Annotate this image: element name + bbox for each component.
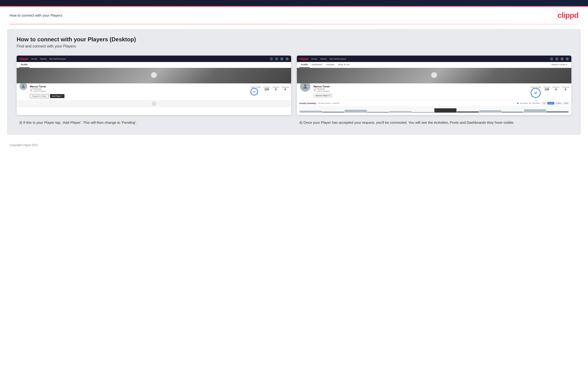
caption-left: 3) If this is your Player tap, 'Add Play… <box>19 120 289 125</box>
left-nav-home[interactable]: Home <box>31 58 37 60</box>
chart-bar-group-6 <box>524 109 569 113</box>
left-stat-activities: Activities 129 <box>263 86 270 91</box>
right-nav-home[interactable]: Home <box>311 58 317 60</box>
close-icon: ✕ <box>329 94 330 97</box>
left-nav-icons: ⌕ 👤 ⚙ 🌐 <box>270 57 289 61</box>
time-6mths-button[interactable]: 6 mths <box>547 102 554 105</box>
activity-header: Activity Summary Monthly Activity - 6 Mo… <box>299 102 569 105</box>
request-to-follow-button[interactable]: Request to Follow <box>30 94 49 98</box>
right-banner-circle <box>431 72 437 78</box>
tab-profile-left[interactable]: Profile <box>19 62 29 68</box>
right-stats-row: Player Quality 92 Activities 129 Followe… <box>531 86 569 98</box>
right-quality-circle: 92 <box>531 88 541 98</box>
chart-bar <box>345 110 367 113</box>
chart-bar <box>412 112 434 113</box>
right-settings-icon[interactable]: ⚙ <box>560 57 564 61</box>
chart-bar <box>502 112 524 113</box>
left-action-buttons: Request to Follow Add Player + <box>30 94 248 98</box>
settings-icon[interactable]: ⚙ <box>280 57 284 61</box>
tab-activities[interactable]: Activities <box>324 62 336 68</box>
search-icon[interactable]: ⌕ <box>270 57 273 61</box>
left-tabs: Profile <box>17 62 291 68</box>
left-navbar: clippd Home Teams My Performance ⌕ 👤 ⚙ 🌐 <box>17 56 291 62</box>
add-player-button[interactable]: Add Player + <box>50 94 64 98</box>
chart-bar <box>524 109 546 113</box>
svg-point-1 <box>304 84 306 86</box>
screenshots-row: clippd Home Teams My Performance ⌕ 👤 ⚙ 🌐… <box>17 56 571 115</box>
left-banner <box>17 68 291 83</box>
caption-right: 4) Once your Player has accepted your re… <box>299 120 569 125</box>
right-nav-teams[interactable]: Teams <box>320 58 327 60</box>
on-course-legend-label: On course <box>520 102 527 104</box>
chart-bar <box>367 112 389 113</box>
time-1mth-button[interactable]: 1 mth <box>563 102 569 105</box>
section-title: How to connect with your Players (Deskto… <box>17 36 571 43</box>
time-3mths-button[interactable]: 3 mths <box>555 102 562 105</box>
top-bar <box>0 0 588 7</box>
page-footer: Copyright Clippd 2022 <box>0 140 588 150</box>
right-player-location: 📍 United Kingdom <box>313 90 528 92</box>
tab-profile-right[interactable]: Profile <box>299 62 310 68</box>
time-buttons: 1 yr 6 mths 3 mths 1 mth <box>542 102 569 105</box>
right-banner <box>297 68 571 83</box>
remove-player-button[interactable]: Remove Player ✕ <box>313 94 332 98</box>
right-location-pin-icon: 📍 <box>313 90 316 92</box>
right-stat-followers: Followers 0 <box>552 86 560 91</box>
right-globe-icon[interactable]: 🌐 <box>566 57 569 61</box>
right-user-icon[interactable]: 👤 <box>555 57 559 61</box>
tab-dashboard[interactable]: Dashboard <box>310 62 324 68</box>
chart-bar <box>457 111 479 113</box>
right-stat-following: Following 0 <box>562 86 569 91</box>
left-player-location: 📍 United Kingdom <box>30 90 248 92</box>
header-divider <box>9 24 579 24</box>
right-nav-performance[interactable]: My Performance <box>330 58 346 60</box>
user-icon[interactable]: 👤 <box>275 57 278 61</box>
right-quality-label: Player Quality <box>531 86 541 88</box>
left-profile-section: Marcus Turner 1-5 Handicap 📍 United King… <box>17 83 291 100</box>
right-tabs: Profile Dashboard Activities What To On … <box>297 62 571 68</box>
activity-period: Monthly Activity - 6 Months <box>318 102 339 104</box>
breadcrumb: How to connect with your Players <box>9 13 62 17</box>
chart-bar <box>479 110 502 113</box>
mock-app-right: clippd Home Teams My Performance ⌕ 👤 ⚙ 🌐… <box>297 56 571 115</box>
left-quality-label: Player Quality <box>251 86 261 88</box>
svg-point-0 <box>23 84 24 86</box>
screenshot-right: clippd Home Teams My Performance ⌕ 👤 ⚙ 🌐… <box>297 56 571 115</box>
left-nav-performance[interactable]: My Performance <box>50 58 66 60</box>
right-nav-logo: clippd <box>299 57 308 61</box>
tab-user-name: Marcus Turner ▾ <box>549 62 569 68</box>
right-nav-icons: ⌕ 👤 ⚙ 🌐 <box>550 57 569 61</box>
plus-icon: + <box>61 95 62 97</box>
chart-bar-dark <box>434 108 457 113</box>
right-stat-activities: Activities 129 <box>544 86 550 91</box>
right-navbar: clippd Home Teams My Performance ⌕ 👤 ⚙ 🌐 <box>297 56 571 62</box>
on-course-legend-dot <box>517 103 519 104</box>
right-activity-section: Activity Summary Monthly Activity - 6 Mo… <box>297 100 571 115</box>
chart-bar-group-1 <box>300 111 344 113</box>
chart-bar-group-2 <box>345 110 389 113</box>
chart-bar <box>389 111 412 113</box>
left-stat-followers: Followers 0 <box>272 86 279 91</box>
chart-bar <box>300 111 322 113</box>
off-course-legend-label: Off course <box>532 102 540 104</box>
left-stats-row: Player Quality 92 Activities 129 Followe… <box>251 86 289 95</box>
copyright-text: Copyright Clippd 2022 <box>9 143 38 147</box>
chart-bar-group-4 <box>434 108 479 113</box>
chart-bar-group-5 <box>479 110 524 113</box>
page-header: How to connect with your Players clippd <box>0 7 588 24</box>
right-search-icon[interactable]: ⌕ <box>550 57 553 61</box>
globe-icon[interactable]: 🌐 <box>285 57 289 61</box>
left-banner-circle <box>151 72 157 78</box>
right-player-handicap: 1-5 Handicap <box>313 88 528 90</box>
main-content: How to connect with your Players (Deskto… <box>7 29 581 135</box>
activity-chart <box>299 106 569 113</box>
tab-what-to-on[interactable]: What To On <box>336 62 351 68</box>
chart-bar-group-3 <box>389 111 434 113</box>
right-profile-section: Marcus Turner 1-5 Handicap 📍 United King… <box>297 83 571 100</box>
descriptions-row: 3) If this is your Player tap, 'Add Play… <box>17 120 571 125</box>
screenshot-left: clippd Home Teams My Performance ⌕ 👤 ⚙ 🌐… <box>17 56 291 115</box>
off-course-legend-dot <box>529 103 531 104</box>
time-1yr-button[interactable]: 1 yr <box>542 102 547 105</box>
right-player-name: Marcus Turner <box>313 85 528 88</box>
left-nav-teams[interactable]: Teams <box>40 58 47 60</box>
